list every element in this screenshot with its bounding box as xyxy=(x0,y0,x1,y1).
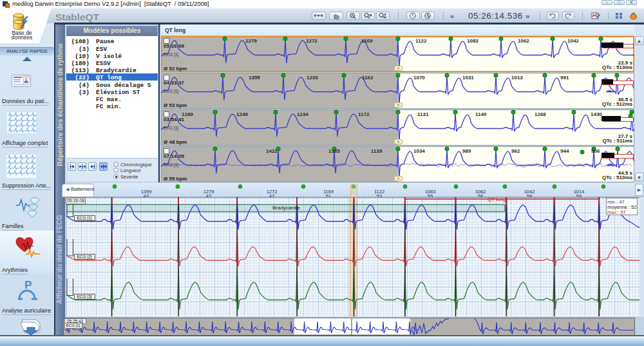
svg-text:P: P xyxy=(24,279,32,291)
